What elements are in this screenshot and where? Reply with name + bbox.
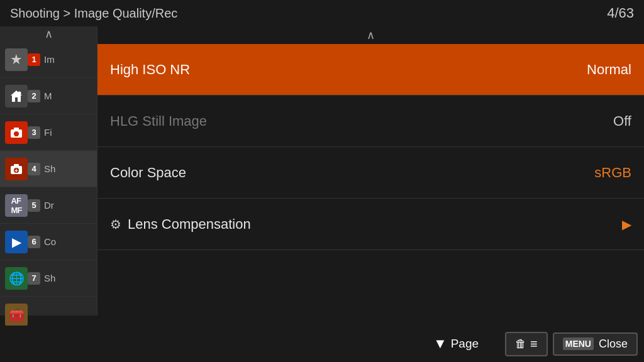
- content-up-arrow[interactable]: ∧: [97, 26, 644, 44]
- menu-item-4[interactable]: ⚙ Lens Compensation ▶: [97, 199, 644, 250]
- sidebar-label-1: Im: [44, 54, 55, 65]
- menu-item-label-3: Color Space: [110, 165, 186, 181]
- menu-item-value-1: Normal: [587, 62, 631, 78]
- sidebar-label-6: Co: [44, 236, 56, 247]
- menu-item-3[interactable]: Color Space sRGB: [97, 147, 644, 199]
- menu-item-1[interactable]: High ISO NR Normal: [97, 44, 644, 96]
- sidebar-icon-7: 🌐: [5, 267, 28, 290]
- sidebar-item-4[interactable]: + 4 Sh: [0, 151, 97, 187]
- sidebar-label-2: M: [44, 90, 52, 101]
- sidebar-badge-5: 5: [28, 199, 40, 212]
- menu-item-2[interactable]: HLG Still Image Off: [97, 96, 644, 147]
- sidebar-item-2[interactable]: 2 M: [0, 78, 97, 114]
- svg-point-1: [18, 91, 21, 94]
- delete-list-button[interactable]: 🗑 ≡: [505, 332, 548, 356]
- sidebar-badge-7: 7: [28, 272, 40, 285]
- content-area: ∧ High ISO NR Normal HLG Still Image Off…: [97, 26, 644, 315]
- delete-icon: 🗑: [515, 337, 526, 351]
- close-label: Close: [599, 337, 628, 351]
- main-layout: ∧ ★ 1 Im 2 M 3 Fi: [0, 26, 644, 315]
- menu-close-button[interactable]: MENU Close: [553, 332, 638, 356]
- sidebar-badge-1: 1: [28, 53, 40, 66]
- menu-item-label-2: HLG Still Image: [110, 113, 207, 129]
- page-icon: ▼: [433, 336, 447, 352]
- menu-item-label-4: Lens Compensation: [128, 216, 251, 233]
- sidebar-icon-1: ★: [5, 48, 28, 71]
- list-icon: ≡: [530, 337, 538, 351]
- menu-item-left-1: High ISO NR: [110, 62, 190, 78]
- breadcrumb: Shooting > Image Quality/Rec: [10, 6, 177, 21]
- svg-rect-3: [14, 128, 19, 130]
- sidebar-item-5[interactable]: AFMF 5 Dr: [0, 187, 97, 224]
- menu-item-left-2: HLG Still Image: [110, 113, 207, 129]
- sidebar-label-3: Fi: [44, 127, 52, 138]
- header: Shooting > Image Quality/Rec 4/63: [0, 0, 644, 26]
- sidebar-icon-4: +: [5, 158, 28, 180]
- menu-label-icon: MENU: [563, 337, 594, 350]
- page-indicator: 4/63: [607, 5, 634, 21]
- sidebar-icon-5: AFMF: [5, 194, 28, 217]
- sidebar-item-6[interactable]: ▶ 6 Co: [0, 224, 97, 260]
- sidebar-badge-3: 3: [28, 126, 40, 139]
- sidebar-icon-6: ▶: [5, 231, 28, 253]
- sidebar-up-arrow[interactable]: ∧: [0, 26, 97, 41]
- menu-item-icon-4: ⚙: [110, 217, 121, 232]
- sidebar-badge-2: 2: [28, 90, 40, 102]
- menu-item-value-2: Off: [613, 113, 631, 129]
- svg-rect-6: [14, 164, 19, 167]
- sidebar-badge-4: 4: [28, 163, 40, 175]
- menu-item-value-4: ▶: [622, 217, 631, 232]
- sidebar-item-7[interactable]: 🌐 7 Sh: [0, 260, 97, 297]
- page-label: Page: [451, 337, 479, 351]
- sidebar-badge-6: 6: [28, 236, 40, 248]
- footer: ▼ Page 🗑 ≡ MENU Close: [0, 326, 644, 362]
- sidebar-item-3[interactable]: 3 Fi: [0, 114, 97, 151]
- sidebar-icon-8: 🧰: [5, 304, 28, 326]
- sidebar-label-5: Dr: [44, 200, 54, 211]
- sidebar-label-7: Sh: [44, 273, 55, 283]
- sidebar-icon-3: [5, 121, 28, 144]
- svg-text:+: +: [14, 167, 18, 174]
- sidebar: ∧ ★ 1 Im 2 M 3 Fi: [0, 26, 97, 315]
- menu-item-left-3: Color Space: [110, 165, 186, 181]
- menu-item-left-4: ⚙ Lens Compensation: [110, 216, 251, 233]
- svg-point-4: [14, 131, 19, 136]
- menu-item-value-3: sRGB: [594, 165, 631, 181]
- sidebar-icon-2: [5, 85, 28, 107]
- page-button[interactable]: ▼ Page: [425, 332, 487, 356]
- menu-item-label-1: High ISO NR: [110, 62, 190, 78]
- sidebar-label-4: Sh: [44, 163, 55, 174]
- sidebar-item-1[interactable]: ★ 1 Im: [0, 41, 97, 78]
